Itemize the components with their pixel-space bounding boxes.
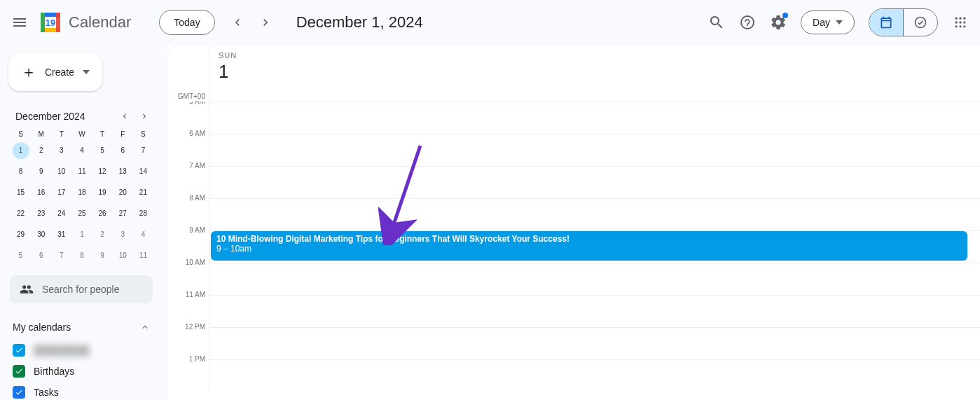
- mini-day-cell[interactable]: 6: [33, 247, 50, 264]
- mini-prev-month[interactable]: [116, 108, 133, 125]
- search-button[interactable]: [703, 8, 731, 36]
- mini-day-cell[interactable]: 8: [13, 163, 29, 180]
- hour-cell[interactable]: [209, 198, 980, 230]
- view-switcher[interactable]: Day: [801, 11, 855, 34]
- app-header: 19 Calendar Today December 1, 2024 Day: [0, 0, 980, 45]
- mini-day-cell[interactable]: 22: [13, 205, 29, 222]
- mini-day-cell[interactable]: 9: [94, 247, 111, 264]
- hour-cell[interactable]: [209, 327, 980, 359]
- hour-cell[interactable]: [209, 263, 980, 295]
- mini-day-cell[interactable]: 3: [53, 142, 70, 159]
- mini-day-cell[interactable]: 19: [94, 184, 111, 201]
- mini-day-cell[interactable]: 24: [53, 205, 70, 222]
- mini-day-cell[interactable]: 12: [94, 163, 111, 180]
- mini-day-cell[interactable]: 30: [33, 226, 50, 243]
- mini-day-cell[interactable]: 4: [134, 226, 151, 243]
- people-icon: [20, 282, 34, 296]
- google-apps-button[interactable]: [946, 8, 974, 36]
- mini-day-cell[interactable]: 3: [114, 226, 131, 243]
- next-day-button[interactable]: [251, 8, 279, 36]
- hour-row[interactable]: 12 PM: [167, 327, 980, 359]
- mini-day-cell[interactable]: 11: [134, 247, 151, 264]
- tasks-panel-toggle[interactable]: [904, 9, 937, 36]
- hour-cell[interactable]: [209, 134, 980, 166]
- calendar-list-item[interactable]: ████████: [10, 340, 153, 361]
- mini-day-cell[interactable]: 29: [13, 226, 29, 243]
- svg-point-6: [916, 17, 926, 27]
- mini-dow: M: [32, 130, 50, 138]
- calendar-event[interactable]: 10 Mind-Blowing Digital Marketing Tips f…: [211, 231, 967, 261]
- chevron-up-icon: [140, 322, 150, 332]
- apps-grid-icon: [953, 15, 967, 29]
- mini-dow: T: [93, 130, 112, 138]
- my-calendars-toggle[interactable]: My calendars: [7, 317, 156, 337]
- calendar-checkbox[interactable]: [13, 386, 25, 399]
- mini-day-cell[interactable]: 25: [74, 205, 90, 222]
- calendar-list-item[interactable]: Birthdays: [10, 361, 153, 382]
- today-button[interactable]: Today: [159, 10, 214, 35]
- mini-day-cell[interactable]: 28: [134, 205, 151, 222]
- hour-row[interactable]: 8 AM: [167, 198, 980, 230]
- mini-day-cell[interactable]: 5: [94, 142, 111, 159]
- mini-day-cell[interactable]: 31: [53, 226, 70, 243]
- hour-cell[interactable]: [209, 295, 980, 327]
- mini-month-label[interactable]: December 2024: [15, 111, 85, 122]
- mini-day-cell[interactable]: 2: [94, 226, 111, 243]
- hour-row[interactable]: 10 AM: [167, 263, 980, 295]
- mini-day-cell[interactable]: 15: [13, 184, 29, 201]
- event-title: 10 Mind-Blowing Digital Marketing Tips f…: [216, 234, 962, 244]
- mini-day-cell[interactable]: 17: [53, 184, 70, 201]
- settings-button[interactable]: [764, 8, 792, 36]
- mini-day-cell[interactable]: 8: [74, 247, 90, 264]
- mini-day-cell[interactable]: 10: [53, 163, 70, 180]
- hour-row[interactable]: 11 AM: [167, 295, 980, 327]
- view-switch-label: Day: [813, 17, 830, 28]
- hour-row[interactable]: 6 AM: [167, 134, 980, 166]
- day-column-header[interactable]: SUN 1: [209, 46, 237, 102]
- hour-cell[interactable]: [209, 102, 980, 134]
- hour-row[interactable]: 1 PM: [167, 359, 980, 392]
- svg-point-8: [959, 17, 961, 19]
- prev-day-button[interactable]: [223, 8, 251, 36]
- svg-point-14: [959, 25, 961, 27]
- mini-day-cell[interactable]: 7: [134, 142, 151, 159]
- mini-day-cell[interactable]: 10: [114, 247, 131, 264]
- create-button[interactable]: ＋ Create: [8, 53, 102, 91]
- mini-day-cell[interactable]: 20: [114, 184, 131, 201]
- mini-day-cell[interactable]: 6: [114, 142, 131, 159]
- mini-day-cell[interactable]: 26: [94, 205, 111, 222]
- calendar-checkbox[interactable]: [13, 365, 25, 378]
- mini-day-cell[interactable]: 23: [33, 205, 50, 222]
- hour-label: 12 PM: [167, 323, 209, 355]
- mini-day-cell[interactable]: 2: [33, 142, 50, 159]
- mini-day-cell[interactable]: 18: [74, 184, 90, 201]
- mini-next-month[interactable]: [136, 108, 153, 125]
- current-date-title[interactable]: December 1, 2024: [296, 13, 423, 32]
- hour-row[interactable]: 7 AM: [167, 166, 980, 198]
- mini-day-cell[interactable]: 11: [74, 163, 90, 180]
- mini-day-cell[interactable]: 27: [114, 205, 131, 222]
- mini-day-cell[interactable]: 5: [13, 247, 29, 264]
- hour-cell[interactable]: [209, 359, 980, 392]
- calendar-panel-toggle[interactable]: [869, 9, 903, 36]
- support-button[interactable]: [733, 8, 761, 36]
- mini-day-cell[interactable]: 1: [74, 226, 90, 243]
- mini-day-cell[interactable]: 13: [114, 163, 131, 180]
- mini-day-cell[interactable]: 16: [33, 184, 50, 201]
- app-logo-group[interactable]: 19 Calendar: [36, 8, 131, 36]
- search-people-input[interactable]: Search for people: [10, 275, 153, 303]
- day-number: 1: [219, 61, 237, 83]
- mini-day-cell[interactable]: 1: [13, 142, 29, 159]
- timezone-label[interactable]: GMT+00: [167, 46, 209, 102]
- calendar-list-item[interactable]: Tasks: [10, 382, 153, 400]
- hour-cell[interactable]: [209, 166, 980, 198]
- mini-day-cell[interactable]: 4: [74, 142, 90, 159]
- calendar-checkbox[interactable]: [13, 344, 25, 357]
- hour-row[interactable]: 5 AM: [167, 102, 980, 134]
- caret-down-icon: [836, 20, 843, 25]
- mini-day-cell[interactable]: 9: [33, 163, 50, 180]
- mini-day-cell[interactable]: 14: [134, 163, 151, 180]
- main-menu-button[interactable]: [6, 8, 34, 36]
- mini-day-cell[interactable]: 7: [53, 247, 70, 264]
- mini-day-cell[interactable]: 21: [134, 184, 151, 201]
